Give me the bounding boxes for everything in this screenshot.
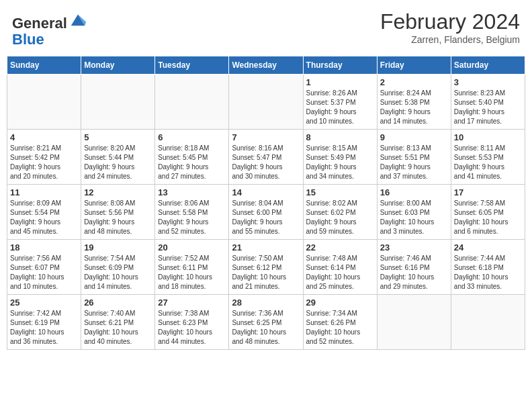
- calendar-table: SundayMondayTuesdayWednesdayThursdayFrid…: [7, 56, 525, 350]
- day-info: Sunrise: 8:20 AM Sunset: 5:44 PM Dayligh…: [84, 144, 152, 181]
- calendar-cell: 19Sunrise: 7:54 AM Sunset: 6:09 PM Dayli…: [81, 240, 155, 295]
- logo-general: General: [12, 15, 67, 32]
- calendar-cell: [7, 75, 81, 130]
- weekday-header-monday: Monday: [81, 56, 155, 75]
- calendar-cell: 12Sunrise: 8:08 AM Sunset: 5:56 PM Dayli…: [81, 185, 155, 240]
- day-info: Sunrise: 7:58 AM Sunset: 6:05 PM Dayligh…: [454, 199, 522, 236]
- calendar-cell: 14Sunrise: 8:04 AM Sunset: 6:00 PM Dayli…: [229, 185, 303, 240]
- weekday-header-sunday: Sunday: [7, 56, 81, 75]
- calendar-cell: 3Sunrise: 8:23 AM Sunset: 5:40 PM Daylig…: [451, 75, 525, 130]
- day-info: Sunrise: 7:40 AM Sunset: 6:21 PM Dayligh…: [84, 309, 152, 347]
- day-info: Sunrise: 7:44 AM Sunset: 6:18 PM Dayligh…: [454, 254, 522, 291]
- day-info: Sunrise: 8:11 AM Sunset: 5:53 PM Dayligh…: [454, 144, 522, 181]
- calendar-cell: 11Sunrise: 8:09 AM Sunset: 5:54 PM Dayli…: [7, 185, 81, 240]
- calendar-week-1: 4Sunrise: 8:21 AM Sunset: 5:42 PM Daylig…: [7, 130, 525, 185]
- day-info: Sunrise: 8:02 AM Sunset: 6:02 PM Dayligh…: [306, 199, 374, 236]
- day-info: Sunrise: 8:09 AM Sunset: 5:54 PM Dayligh…: [10, 199, 78, 236]
- calendar-cell: 13Sunrise: 8:06 AM Sunset: 5:58 PM Dayli…: [155, 185, 229, 240]
- day-info: Sunrise: 7:54 AM Sunset: 6:09 PM Dayligh…: [84, 254, 152, 291]
- day-info: Sunrise: 7:48 AM Sunset: 6:14 PM Dayligh…: [306, 254, 374, 291]
- day-number: 16: [380, 187, 448, 197]
- day-number: 3: [454, 77, 522, 87]
- calendar-cell: 5Sunrise: 8:20 AM Sunset: 5:44 PM Daylig…: [81, 130, 155, 185]
- day-info: Sunrise: 7:36 AM Sunset: 6:25 PM Dayligh…: [232, 309, 300, 347]
- day-number: 14: [232, 187, 300, 197]
- day-info: Sunrise: 8:06 AM Sunset: 5:58 PM Dayligh…: [158, 199, 226, 236]
- calendar-week-3: 18Sunrise: 7:56 AM Sunset: 6:07 PM Dayli…: [7, 240, 525, 295]
- day-info: Sunrise: 7:46 AM Sunset: 6:16 PM Dayligh…: [380, 254, 448, 291]
- calendar-week-0: 1Sunrise: 8:26 AM Sunset: 5:37 PM Daylig…: [7, 75, 525, 130]
- day-number: 4: [10, 132, 78, 142]
- calendar-cell: 24Sunrise: 7:44 AM Sunset: 6:18 PM Dayli…: [451, 240, 525, 295]
- calendar-week-2: 11Sunrise: 8:09 AM Sunset: 5:54 PM Dayli…: [7, 185, 525, 240]
- day-number: 12: [84, 187, 152, 197]
- day-info: Sunrise: 8:21 AM Sunset: 5:42 PM Dayligh…: [10, 144, 78, 181]
- calendar-header: SundayMondayTuesdayWednesdayThursdayFrid…: [7, 56, 525, 75]
- calendar-cell: 18Sunrise: 7:56 AM Sunset: 6:07 PM Dayli…: [7, 240, 81, 295]
- calendar-cell: 16Sunrise: 8:00 AM Sunset: 6:03 PM Dayli…: [377, 185, 451, 240]
- logo-text: General: [12, 9, 87, 32]
- calendar-cell: 23Sunrise: 7:46 AM Sunset: 6:16 PM Dayli…: [377, 240, 451, 295]
- day-number: 5: [84, 132, 152, 142]
- calendar-cell: 27Sunrise: 7:38 AM Sunset: 6:23 PM Dayli…: [155, 295, 229, 350]
- calendar-cell: 22Sunrise: 7:48 AM Sunset: 6:14 PM Dayli…: [303, 240, 377, 295]
- calendar-cell: [229, 75, 303, 130]
- day-info: Sunrise: 7:38 AM Sunset: 6:23 PM Dayligh…: [158, 309, 226, 347]
- day-number: 1: [306, 77, 374, 87]
- day-info: Sunrise: 8:24 AM Sunset: 5:38 PM Dayligh…: [380, 89, 448, 126]
- weekday-header-wednesday: Wednesday: [229, 56, 303, 75]
- calendar-cell: 21Sunrise: 7:50 AM Sunset: 6:12 PM Dayli…: [229, 240, 303, 295]
- calendar-cell: 9Sunrise: 8:13 AM Sunset: 5:51 PM Daylig…: [377, 130, 451, 185]
- day-number: 9: [380, 132, 448, 142]
- calendar-cell: 20Sunrise: 7:52 AM Sunset: 6:11 PM Dayli…: [155, 240, 229, 295]
- day-number: 11: [10, 187, 78, 197]
- day-number: 22: [306, 242, 374, 253]
- day-number: 23: [380, 242, 448, 253]
- calendar-cell: 8Sunrise: 8:15 AM Sunset: 5:49 PM Daylig…: [303, 130, 377, 185]
- page-header: General Blue February 2024 Zarren, Fland…: [7, 7, 525, 50]
- month-year: February 2024: [380, 9, 520, 34]
- day-info: Sunrise: 7:50 AM Sunset: 6:12 PM Dayligh…: [232, 254, 300, 291]
- day-number: 20: [158, 242, 226, 253]
- day-number: 26: [84, 298, 152, 308]
- logo: General Blue: [12, 9, 87, 48]
- day-number: 10: [454, 132, 522, 142]
- day-info: Sunrise: 8:15 AM Sunset: 5:49 PM Dayligh…: [306, 144, 374, 181]
- day-number: 6: [158, 132, 226, 142]
- calendar-cell: 26Sunrise: 7:40 AM Sunset: 6:21 PM Dayli…: [81, 295, 155, 350]
- calendar-cell: 28Sunrise: 7:36 AM Sunset: 6:25 PM Dayli…: [229, 295, 303, 350]
- calendar-cell: 25Sunrise: 7:42 AM Sunset: 6:19 PM Dayli…: [7, 295, 81, 350]
- day-number: 7: [232, 132, 300, 142]
- day-info: Sunrise: 8:26 AM Sunset: 5:37 PM Dayligh…: [306, 89, 374, 126]
- logo-icon: [69, 9, 87, 28]
- calendar-cell: [451, 295, 525, 350]
- calendar-cell: 29Sunrise: 7:34 AM Sunset: 6:26 PM Dayli…: [303, 295, 377, 350]
- day-number: 19: [84, 242, 152, 253]
- day-info: Sunrise: 7:56 AM Sunset: 6:07 PM Dayligh…: [10, 254, 78, 291]
- calendar-cell: [155, 75, 229, 130]
- calendar-cell: 1Sunrise: 8:26 AM Sunset: 5:37 PM Daylig…: [303, 75, 377, 130]
- weekday-row: SundayMondayTuesdayWednesdayThursdayFrid…: [7, 56, 525, 75]
- day-number: 21: [232, 242, 300, 253]
- day-number: 18: [10, 242, 78, 253]
- weekday-header-thursday: Thursday: [303, 56, 377, 75]
- day-number: 15: [306, 187, 374, 197]
- day-number: 2: [380, 77, 448, 87]
- calendar-cell: 17Sunrise: 7:58 AM Sunset: 6:05 PM Dayli…: [451, 185, 525, 240]
- calendar-cell: 6Sunrise: 8:18 AM Sunset: 5:45 PM Daylig…: [155, 130, 229, 185]
- day-info: Sunrise: 7:34 AM Sunset: 6:26 PM Dayligh…: [306, 309, 374, 347]
- day-number: 24: [454, 242, 522, 253]
- day-info: Sunrise: 8:08 AM Sunset: 5:56 PM Dayligh…: [84, 199, 152, 236]
- day-number: 17: [454, 187, 522, 197]
- day-info: Sunrise: 7:42 AM Sunset: 6:19 PM Dayligh…: [10, 309, 78, 347]
- day-info: Sunrise: 7:52 AM Sunset: 6:11 PM Dayligh…: [158, 254, 226, 291]
- day-info: Sunrise: 8:00 AM Sunset: 6:03 PM Dayligh…: [380, 199, 448, 236]
- day-number: 25: [10, 298, 78, 308]
- weekday-header-friday: Friday: [377, 56, 451, 75]
- calendar-cell: 2Sunrise: 8:24 AM Sunset: 5:38 PM Daylig…: [377, 75, 451, 130]
- day-info: Sunrise: 8:23 AM Sunset: 5:40 PM Dayligh…: [454, 89, 522, 126]
- day-number: 28: [232, 298, 300, 308]
- day-info: Sunrise: 8:04 AM Sunset: 6:00 PM Dayligh…: [232, 199, 300, 236]
- day-info: Sunrise: 8:16 AM Sunset: 5:47 PM Dayligh…: [232, 144, 300, 181]
- calendar-cell: [81, 75, 155, 130]
